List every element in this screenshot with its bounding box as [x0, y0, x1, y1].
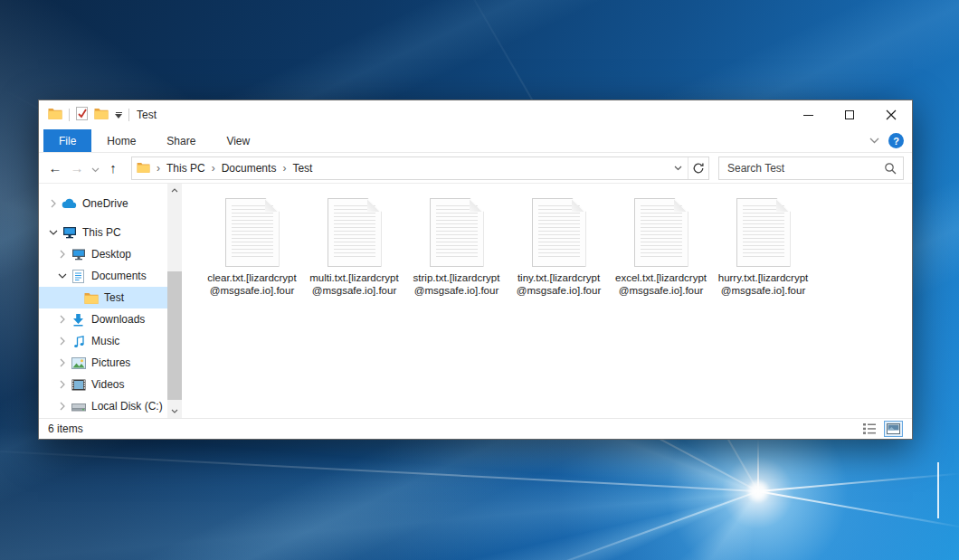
page-fold: [674, 199, 687, 212]
file-item[interactable]: multi.txt.[lizardcrypt@msgsafe.io].four: [303, 191, 405, 297]
address-dropdown-button[interactable]: [668, 157, 688, 179]
file-name: hurry.txt.[lizardcrypt@msgsafe.io].four: [717, 271, 809, 297]
scroll-up-button[interactable]: [167, 184, 182, 197]
disk-icon: [71, 402, 86, 412]
chevron-right-icon[interactable]: [48, 199, 59, 208]
window-title: Test: [137, 109, 157, 121]
tab-view[interactable]: View: [211, 129, 265, 152]
close-button[interactable]: [870, 100, 912, 129]
text-file-icon: [736, 198, 791, 267]
scrollbar-thumb[interactable]: [167, 271, 182, 400]
address-bar[interactable]: › This PC › Documents › Test: [131, 157, 709, 180]
back-button[interactable]: ←: [44, 161, 66, 175]
breadcrumb-separator: ›: [279, 162, 290, 175]
text-file-icon: [532, 198, 586, 267]
breadcrumb-test[interactable]: Test: [290, 162, 315, 175]
navigation-pane: OneDrive This PC Desktop Documents Test: [39, 184, 182, 418]
chevron-down-icon[interactable]: [57, 273, 68, 279]
main-area: OneDrive This PC Desktop Documents Test: [39, 184, 912, 418]
chevron-right-icon[interactable]: [57, 337, 68, 346]
file-name: multi.txt.[lizardcrypt@msgsafe.io].four: [309, 271, 400, 297]
downloads-icon: [71, 313, 86, 327]
large-icons-view-icon: [887, 423, 900, 434]
maximize-button[interactable]: [829, 100, 870, 129]
ribbon-right-controls: ?: [869, 129, 912, 152]
videos-icon: [71, 379, 86, 391]
toolbar-separator: [128, 109, 129, 121]
chevron-right-icon[interactable]: [57, 358, 68, 367]
minimize-button[interactable]: [787, 100, 829, 129]
large-icons-view-button[interactable]: [884, 421, 903, 437]
sidebar-item-documents[interactable]: Documents: [39, 265, 182, 287]
sidebar-item-label: Videos: [91, 378, 124, 391]
status-bar: 6 items: [39, 418, 912, 439]
chevron-down-icon[interactable]: [48, 230, 59, 235]
details-view-button[interactable]: [859, 421, 878, 437]
computer-icon: [62, 226, 77, 239]
file-item[interactable]: clear.txt.[lizardcrypt@msgsafe.io].four: [201, 191, 303, 297]
maximize-icon: [845, 110, 854, 119]
sidebar-item-test[interactable]: Test: [39, 287, 182, 308]
chevron-right-icon[interactable]: [57, 380, 68, 389]
chevron-right-icon[interactable]: [57, 315, 68, 324]
sidebar-item-local-disk-c[interactable]: Local Disk (C:): [39, 395, 182, 417]
pictures-icon: [71, 357, 86, 369]
file-item[interactable]: tiny.txt.[lizardcrypt@msgsafe.io].four: [508, 191, 610, 297]
sidebar-item-label: Desktop: [91, 248, 131, 261]
file-item[interactable]: strip.txt.[lizardcrypt@msgsafe.io].four: [405, 191, 508, 297]
sidebar-item-label: Downloads: [91, 313, 145, 326]
checkmark-document-icon[interactable]: [76, 107, 88, 124]
sidebar-item-label: Documents: [91, 270, 147, 282]
forward-button[interactable]: →: [66, 161, 88, 175]
expand-ribbon-chevron-icon[interactable]: [869, 138, 879, 144]
windows-logo-glow: [745, 479, 771, 504]
sidebar-item-onedrive[interactable]: OneDrive: [39, 193, 182, 214]
file-name: clear.txt.[lizardcrypt@msgsafe.io].four: [206, 271, 298, 297]
file-name: tiny.txt.[lizardcrypt@msgsafe.io].four: [513, 271, 604, 297]
sidebar-scrollbar[interactable]: [167, 184, 182, 418]
sidebar-item-label: Test: [104, 291, 124, 304]
up-button[interactable]: ↑: [102, 161, 124, 175]
page-fold: [776, 199, 789, 212]
file-name: strip.txt.[lizardcrypt@msgsafe.io].four: [411, 271, 502, 297]
sidebar-item-desktop[interactable]: Desktop: [39, 243, 182, 265]
tab-file[interactable]: File: [43, 129, 91, 152]
address-bar-buttons: [668, 157, 708, 179]
customize-toolbar-caret-icon[interactable]: [115, 112, 122, 119]
file-item[interactable]: excel.txt.[lizardcrypt@msgsafe.io].four: [610, 191, 712, 297]
chevron-right-icon[interactable]: [57, 250, 68, 259]
tab-share[interactable]: Share: [151, 129, 211, 152]
sidebar-item-downloads[interactable]: Downloads: [39, 308, 182, 330]
view-toggles: [859, 421, 903, 437]
title-bar: Test: [39, 100, 912, 129]
sidebar-item-label: Pictures: [91, 356, 130, 369]
folder-icon[interactable]: [48, 107, 62, 123]
search-input[interactable]: [719, 162, 884, 175]
breadcrumb-documents[interactable]: Documents: [219, 162, 280, 175]
sidebar-item-music[interactable]: Music: [39, 330, 182, 352]
search-icon[interactable]: [884, 162, 903, 175]
help-button[interactable]: ?: [888, 133, 904, 148]
sidebar-item-videos[interactable]: Videos: [39, 374, 182, 395]
music-icon: [71, 335, 86, 348]
file-item[interactable]: hurry.txt.[lizardcrypt@msgsafe.io].four: [712, 191, 814, 297]
chevron-up-icon: [171, 188, 178, 193]
details-view-icon: [863, 423, 876, 434]
page-fold: [265, 199, 278, 212]
sidebar-item-pictures[interactable]: Pictures: [39, 352, 182, 374]
file-name: excel.txt.[lizardcrypt@msgsafe.io].four: [615, 271, 707, 297]
folder-icon[interactable]: [94, 107, 109, 123]
breadcrumb-this-pc[interactable]: This PC: [164, 162, 208, 175]
refresh-button[interactable]: [688, 157, 708, 179]
scroll-down-button[interactable]: [167, 404, 182, 418]
recent-locations-chevron-icon[interactable]: [88, 160, 102, 176]
sidebar-item-this-pc[interactable]: This PC: [39, 222, 182, 243]
text-file-icon: [328, 198, 382, 267]
tab-home[interactable]: Home: [91, 129, 151, 152]
file-explorer-window: Test File Home Share View ? ← → ↑: [38, 100, 913, 440]
page-fold: [367, 199, 380, 212]
minimize-icon: [803, 115, 813, 116]
toolbar-separator: [69, 109, 70, 121]
breadcrumb-separator: ›: [153, 162, 164, 175]
chevron-right-icon[interactable]: [57, 402, 68, 411]
